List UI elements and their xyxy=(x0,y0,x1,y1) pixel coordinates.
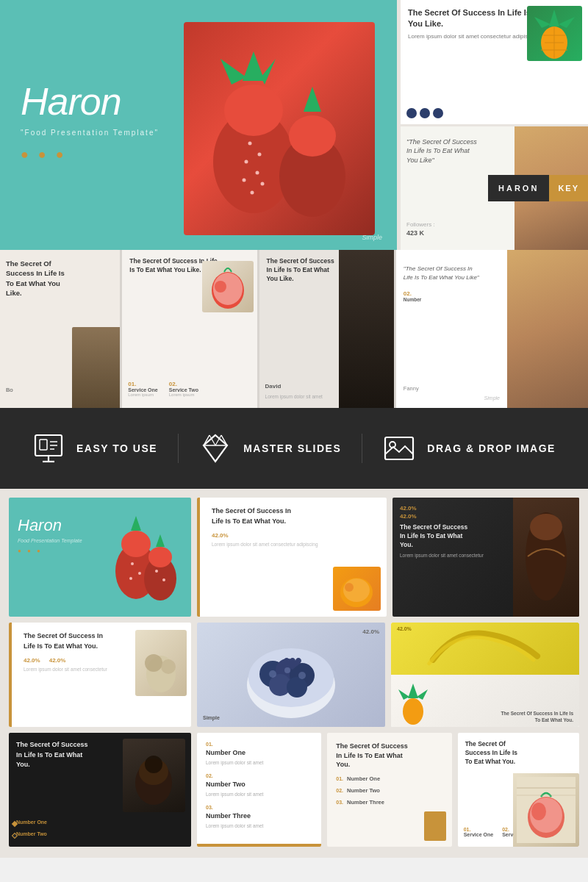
svg-marker-16 xyxy=(549,10,559,26)
svg-point-51 xyxy=(162,578,165,581)
svg-marker-46 xyxy=(156,534,165,547)
thumb-numbered-list: 01. Number One Lorem ipsum dolor sit ame… xyxy=(197,733,321,847)
bottom-slides-row: The Secret Of Success In Life Is To Eat … xyxy=(0,250,588,408)
thumb-blueberry: 42.0% Simple xyxy=(197,623,385,727)
svg-point-42 xyxy=(121,531,151,557)
svg-point-58 xyxy=(145,654,162,672)
stat-r2-1: 42.0% xyxy=(24,657,40,664)
svg-point-56 xyxy=(530,514,562,540)
label-fanny: Fanny xyxy=(404,385,419,392)
thumb-numbered-2: The Secret Of Success In Life Is To Eat … xyxy=(327,733,451,847)
dark-food-image xyxy=(123,739,185,812)
feature-drag-drop: DRAG & DROP IMAGE xyxy=(383,432,556,465)
svg-point-80 xyxy=(531,803,546,820)
main-slide-dots: ● ● ● xyxy=(21,147,67,162)
t3: Number Three xyxy=(206,812,312,821)
svg-point-49 xyxy=(129,577,132,580)
thumb-text-1-headline: The Secret Of Success In Life Is To Eat … xyxy=(212,506,300,526)
thumb-food-dark: 42.0% 42.0% The Secret Of Success In Lif… xyxy=(392,498,579,617)
main-slide: Haron "Food Presentation Template" ● ● ●… xyxy=(0,0,397,250)
blueberry-bowl xyxy=(197,623,385,727)
service-headline: The Secret Of Success In Life Is To Eat … xyxy=(465,740,524,767)
thumb-title: Haron xyxy=(18,516,62,535)
quote-text: "The Secret Of Success In Life Is To Eat… xyxy=(406,137,480,165)
thumb-dark: The Secret Of Success In Life Is To Eat … xyxy=(9,733,191,847)
main-slide-title: Haron xyxy=(21,81,121,123)
top-right-slide-1: The Secret Of Success In Life Is To Eat … xyxy=(401,0,588,124)
accent-bar-1 xyxy=(197,498,200,617)
bs3-text: The Secret Of Success In Life Is To Eat … xyxy=(267,257,340,284)
svg-rect-39 xyxy=(385,437,413,459)
svg-marker-73 xyxy=(417,689,428,700)
svg-point-12 xyxy=(243,179,246,182)
berry-decor xyxy=(406,108,443,118)
thumbnail-grid: Haron Food Presentation Template ● ● ● xyxy=(0,489,588,858)
svg-marker-7 xyxy=(304,87,321,112)
bottom-slide-4: "The Secret Of Success In Life Is To Eat… xyxy=(396,250,588,408)
svg-marker-72 xyxy=(398,689,409,700)
num2-headline: The Secret Of Success In Life Is To Eat … xyxy=(336,742,409,770)
svc-n1: 01. xyxy=(464,827,493,832)
svg-point-48 xyxy=(138,572,141,575)
svg-point-47 xyxy=(131,562,134,565)
feature-divider-1 xyxy=(178,434,179,463)
svg-point-76 xyxy=(145,756,162,773)
haron-key-badge: HARON KEY xyxy=(488,175,588,201)
bottom-bar xyxy=(197,844,321,847)
fruit-text: The Secret Of Success In Life Is To Eat … xyxy=(500,711,573,723)
svg-marker-43 xyxy=(131,516,141,531)
hand-photo xyxy=(333,567,381,611)
svg-marker-17 xyxy=(534,17,551,28)
number-items: 01. Number One Lorem ipsum dolor sit ame… xyxy=(206,742,312,829)
blueberry-label: Simple xyxy=(203,714,220,721)
thumb-desc-1: Lorem ipsum dolor sit amet consectetur a… xyxy=(212,542,378,548)
svg-marker-71 xyxy=(408,684,418,698)
svg-rect-29 xyxy=(40,440,47,450)
n2-1: 01. xyxy=(336,776,343,781)
svg-point-11 xyxy=(256,171,259,175)
svg-point-54 xyxy=(345,583,354,592)
bottom-slide-1: The Secret Of Success In Life Is To Eat … xyxy=(0,250,120,408)
banana-half: 42.0% xyxy=(391,623,579,675)
thumb-service-slide: The Secret Of Success In Life Is To Eat … xyxy=(458,733,579,847)
svg-marker-2 xyxy=(243,51,265,81)
svg-point-6 xyxy=(289,115,336,157)
svg-point-66 xyxy=(287,677,307,698)
main-slide-subtitle: "Food Presentation Template" xyxy=(21,129,159,137)
num-item-1: 01. Number One Lorem ipsum dolor sit ame… xyxy=(206,742,312,766)
n2: 02. xyxy=(206,773,312,778)
svg-point-10 xyxy=(245,160,248,164)
thumb-fruit-group: 42.0% The Secret Of Success In Life Is T… xyxy=(391,623,579,727)
num-item-2: 02. Number Two Lorem ipsum dolor sit ame… xyxy=(206,773,312,797)
service-nums-b4: 02. Number xyxy=(404,290,422,302)
d3: Lorem ipsum dolor sit amet xyxy=(206,823,312,829)
n3: 03. xyxy=(206,805,312,810)
label-simple: Simple xyxy=(484,395,500,401)
accent-bar-2 xyxy=(9,623,12,727)
feature-divider-2 xyxy=(362,434,362,463)
bs1-name: Bo xyxy=(6,387,13,393)
thumb-text-accent: The Secret Of Success In Life Is To Eat … xyxy=(9,623,191,727)
grid-row-3: The Secret Of Success In Life Is To Eat … xyxy=(9,733,579,847)
grid-row-1: Haron Food Presentation Template ● ● ● xyxy=(9,498,579,617)
thumb-text-1: The Secret Of Success In Life Is To Eat … xyxy=(197,498,387,617)
presentation-icon xyxy=(32,432,65,465)
hero-section: Haron "Food Presentation Template" ● ● ●… xyxy=(0,0,588,408)
num2-item-2: 02. Number Two xyxy=(336,787,442,794)
thumb-food-headline: The Secret Of Success In Life Is To Eat … xyxy=(400,523,473,550)
grid-row-2: The Secret Of Success In Life Is To Eat … xyxy=(9,623,579,727)
d2: Lorem ipsum dolor sit amet xyxy=(206,792,312,797)
t2-1: Number One xyxy=(347,775,380,782)
svg-point-70 xyxy=(403,698,423,725)
svg-marker-18 xyxy=(559,17,575,28)
master-slides-label: MASTER SLIDES xyxy=(243,442,341,454)
features-bar: EASY TO USE MASTER SLIDES DRAG & DROP IM… xyxy=(0,408,588,489)
brown-box-decor xyxy=(424,811,446,841)
herb-image xyxy=(135,630,187,696)
strawberry-image xyxy=(184,22,375,235)
bs2-services: 01. Service One Lorem ipsum 02. Service … xyxy=(128,381,198,397)
num2-item-1: 01. Number One xyxy=(336,775,442,782)
t2: Number Two xyxy=(206,781,312,789)
d1: Lorem ipsum dolor sit amet xyxy=(206,760,312,766)
thumb-text-1-content: The Secret Of Success In Life Is To Eat … xyxy=(212,506,378,548)
